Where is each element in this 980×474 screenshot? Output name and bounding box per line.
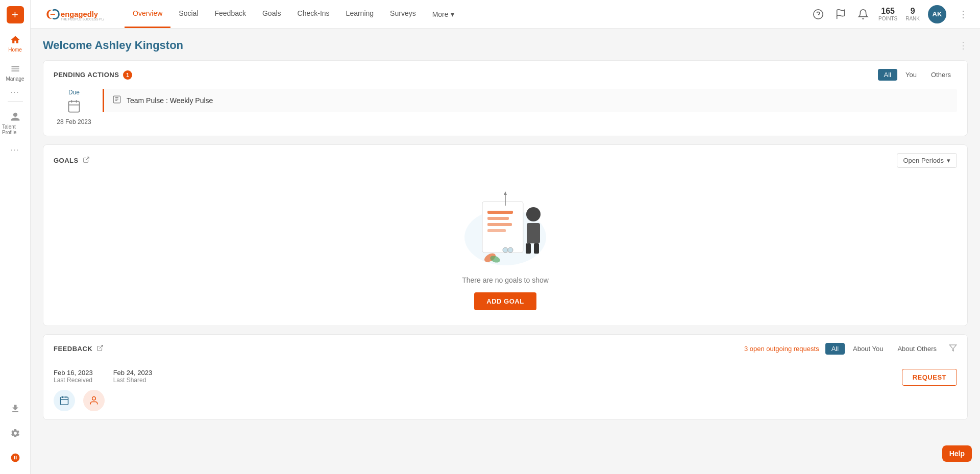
tab-more[interactable]: More ▾	[424, 1, 462, 28]
feedback-external-link-icon[interactable]	[96, 344, 104, 353]
svg-rect-5	[69, 102, 80, 112]
svg-rect-25	[534, 243, 539, 254]
sidebar-item-settings[interactable]	[7, 423, 23, 443]
flag-icon[interactable]	[834, 7, 848, 21]
svg-rect-16	[487, 211, 513, 214]
wave-icon	[9, 452, 21, 464]
calendar-icon	[54, 99, 94, 116]
feedback-filter-about-others[interactable]: About Others	[891, 343, 943, 355]
pending-filter-you[interactable]: You	[899, 69, 923, 81]
goals-empty-state: There are no goals to show ADD GOAL	[43, 176, 967, 326]
svg-rect-23	[527, 223, 540, 243]
pending-item[interactable]: Team Pulse : Weekly Pulse	[103, 89, 957, 112]
content-area: Welcome Ashley Kingston ⋮ PENDING ACTION…	[31, 29, 980, 474]
feedback-meta: Feb 16, 2023 Last Received Feb 24, 2023 …	[43, 363, 967, 390]
welcome-title: Welcome Ashley Kingston	[43, 39, 183, 52]
pending-filter-all[interactable]: All	[878, 69, 897, 81]
logo-svg: engagedly THE PEOPLE SUCCESS PLATFORM	[43, 6, 104, 22]
pending-actions-title: PENDING ACTIONS 1	[54, 70, 132, 80]
pulse-icon	[112, 95, 121, 106]
feedback-action-icons	[54, 390, 105, 411]
sidebar-item-download[interactable]	[7, 398, 23, 419]
goals-title: GOALS	[54, 156, 90, 165]
due-date: 28 Feb 2023	[54, 118, 94, 126]
bell-icon[interactable]	[856, 7, 870, 21]
open-periods-dropdown[interactable]: Open Periods ▾	[897, 153, 958, 168]
sidebar-item-home[interactable]: Home	[0, 30, 30, 57]
help-button[interactable]: Help	[942, 445, 972, 462]
sidebar-home-label: Home	[8, 47, 22, 53]
more-label: More	[432, 10, 449, 18]
pending-content: Due 28 Feb 2023 Team Pulse : Weekly Puls…	[43, 89, 967, 136]
sidebar-bottom	[7, 398, 23, 468]
goals-header: GOALS Open Periods ▾	[43, 145, 967, 176]
tab-feedback[interactable]: Feedback	[207, 0, 254, 28]
last-received-block: Feb 16, 2023 Last Received	[54, 369, 93, 386]
goals-external-link-icon[interactable]	[83, 156, 90, 165]
tab-social[interactable]: Social	[170, 0, 206, 28]
feedback-icons-row	[43, 390, 967, 419]
svg-point-20	[503, 247, 508, 253]
request-button[interactable]: REQUEST	[902, 369, 957, 386]
svg-rect-9	[113, 96, 120, 103]
feedback-person-icon[interactable]	[83, 390, 105, 411]
feedback-filter-tabs: All About You About Others	[825, 343, 943, 355]
topbar-three-dots[interactable]: ⋮	[959, 9, 968, 20]
add-goal-button[interactable]: ADD GOAL	[474, 292, 536, 310]
chevron-down-icon: ▾	[947, 157, 950, 164]
svg-rect-19	[487, 229, 506, 232]
sidebar-dots2: ···	[11, 145, 20, 154]
svg-marker-31	[949, 345, 956, 351]
points-label: POINTS	[878, 16, 897, 22]
gear-icon	[9, 427, 21, 439]
sidebar-item-talent[interactable]: Talent Profile	[0, 107, 30, 139]
feedback-title: FEEDBACK	[54, 344, 104, 353]
svg-rect-32	[61, 397, 68, 405]
due-block: Due 28 Feb 2023	[54, 89, 94, 126]
last-shared-block: Feb 24, 2023 Last Shared	[113, 369, 153, 386]
svg-rect-18	[487, 223, 512, 226]
tab-surveys[interactable]: Surveys	[382, 0, 424, 28]
sidebar-item-wave[interactable]	[7, 447, 23, 468]
filter-icon[interactable]	[949, 344, 957, 354]
feedback-calendar-icon[interactable]	[54, 390, 75, 411]
main-area: engagedly THE PEOPLE SUCCESS PLATFORM Ov…	[31, 0, 980, 474]
feedback-filter-all[interactable]: All	[825, 343, 845, 355]
rank-label: RANK	[905, 16, 920, 22]
open-outgoing-requests-link[interactable]: 3 open outgoing requests	[744, 345, 819, 353]
tab-goals[interactable]: Goals	[254, 0, 289, 28]
goals-header-right: Open Periods ▾	[897, 153, 958, 168]
pending-filter-others[interactable]: Others	[925, 69, 957, 81]
tab-checkins[interactable]: Check-Ins	[289, 0, 338, 28]
sidebar-item-manage[interactable]: Manage	[0, 59, 30, 86]
add-button[interactable]: +	[7, 6, 24, 23]
pending-actions-card: PENDING ACTIONS 1 All You Others Due 28 …	[43, 60, 968, 136]
tab-learning[interactable]: Learning	[338, 0, 382, 28]
svg-point-2	[814, 9, 823, 18]
svg-text:THE PEOPLE SUCCESS PLATFORM: THE PEOPLE SUCCESS PLATFORM	[61, 17, 104, 21]
due-label: Due	[54, 89, 94, 96]
goals-card: GOALS Open Periods ▾	[43, 144, 968, 326]
welcome-header: Welcome Ashley Kingston ⋮	[43, 39, 968, 52]
last-shared-date: Feb 24, 2023	[113, 369, 153, 377]
svg-rect-24	[526, 243, 531, 254]
home-icon	[9, 34, 21, 46]
avatar[interactable]: AK	[928, 5, 946, 23]
topbar-actions: 165 POINTS 9 RANK AK ⋮	[811, 5, 968, 23]
tab-overview[interactable]: Overview	[125, 0, 170, 28]
topbar: engagedly THE PEOPLE SUCCESS PLATFORM Ov…	[31, 0, 980, 29]
dropdown-label: Open Periods	[903, 157, 944, 164]
sidebar-manage-label: Manage	[6, 76, 24, 82]
feedback-card: FEEDBACK 3 open outgoing requests All Ab…	[43, 334, 968, 420]
welcome-three-dots[interactable]: ⋮	[959, 40, 968, 51]
svg-point-36	[92, 397, 96, 401]
sidebar-divider	[8, 101, 23, 102]
help-circle-icon[interactable]	[811, 7, 825, 21]
feedback-filter-about-you[interactable]: About You	[847, 343, 889, 355]
rank-display: 9 RANK	[905, 6, 920, 22]
svg-point-21	[508, 247, 513, 253]
sidebar-talent-label: Talent Profile	[2, 124, 28, 135]
svg-line-13	[86, 157, 89, 160]
points-display: 165 POINTS	[878, 6, 897, 22]
rank-value: 9	[905, 6, 920, 16]
